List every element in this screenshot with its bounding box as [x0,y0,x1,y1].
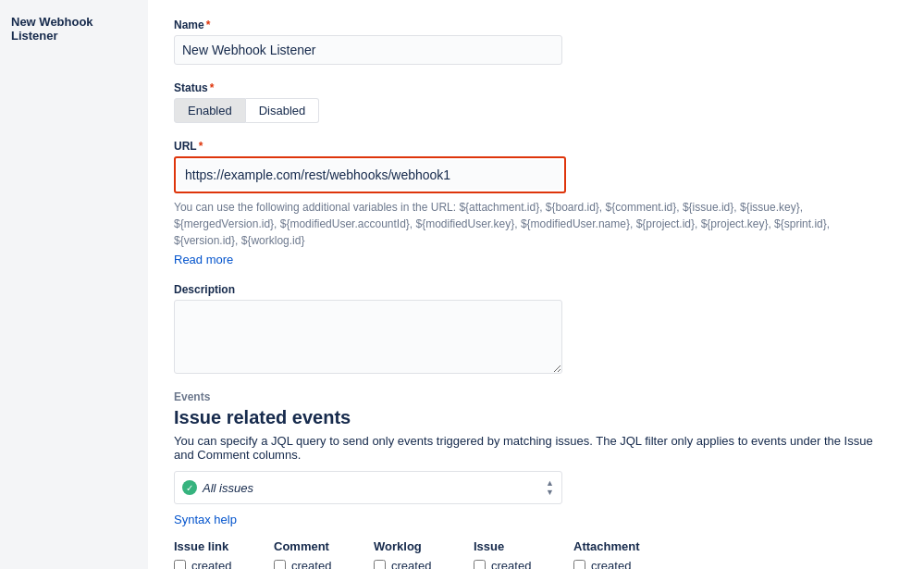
worklog-created-checkbox[interactable] [374,560,386,569]
jql-arrows: ▲ ▼ [546,479,554,497]
jql-filter-wrapper[interactable]: ✓ All issues ▲ ▼ [174,471,562,504]
events-col-attachment: Attachment created deleted [573,539,673,569]
col-header-issue-link: Issue link [174,539,266,553]
jql-text: All issues [203,481,253,495]
name-required-indicator: * [206,19,211,31]
issue-link-created-checkbox[interactable] [174,560,186,569]
name-field-group: Name * [174,19,898,65]
col-header-comment: Comment [274,539,366,553]
col-header-attachment: Attachment [573,539,666,553]
url-helper-text: You can use the following additional var… [174,199,895,249]
issue-created-label: created [491,559,531,569]
jql-arrow-up: ▲ [546,479,554,488]
comment-created-checkbox[interactable] [274,560,286,569]
attachment-created-label: created [591,559,631,569]
url-input[interactable] [178,160,562,190]
main-content: Name * Status * Enabled Disabled URL * [148,0,924,569]
worklog-created-row: created [374,559,466,569]
description-field-group: Description [174,283,898,374]
name-label: Name * [174,19,898,31]
read-more-link[interactable]: Read more [174,253,233,266]
url-field-group: URL * You can use the following addition… [174,140,898,266]
events-section-label: Events [174,390,898,403]
url-required-indicator: * [199,140,203,153]
comment-created-row: created [274,559,366,569]
sidebar: New Webhook Listener [0,0,148,569]
status-enabled-button[interactable]: Enabled [174,98,246,123]
col-header-issue: Issue [474,539,566,553]
status-label: Status * [174,81,898,94]
issue-created-row: created [474,559,566,569]
name-input[interactable] [174,35,562,65]
jql-check-icon: ✓ [182,480,197,495]
page-layout: New Webhook Listener Name * Status * Ena… [0,0,924,569]
jql-filter-inner: ✓ All issues [182,480,253,495]
col-header-worklog: Worklog [374,539,466,553]
status-button-group: Enabled Disabled [174,98,898,123]
jql-arrow-down: ▼ [546,489,554,497]
status-disabled-button[interactable]: Disabled [246,98,320,123]
events-title: Issue related events [174,407,898,428]
issue-link-created-row: created [174,559,266,569]
events-col-issue: Issue created updated deleted [474,539,573,569]
status-field-group: Status * Enabled Disabled [174,81,898,123]
url-label: URL * [174,140,898,153]
events-col-issue-link: Issue link created deleted [174,539,274,569]
events-table: Issue link created deleted Comment [174,539,898,569]
status-required-indicator: * [210,81,215,94]
events-col-comment: Comment created updated deleted [274,539,374,569]
issue-created-checkbox[interactable] [474,560,486,569]
issue-link-created-label: created [191,559,231,569]
events-section: Events Issue related events You can spec… [174,390,898,569]
syntax-help-link[interactable]: Syntax help [174,513,237,526]
attachment-created-row: created [573,559,666,569]
worklog-created-label: created [391,559,431,569]
sidebar-title: New Webhook Listener [11,15,137,43]
comment-created-label: created [291,559,331,569]
attachment-created-checkbox[interactable] [573,560,585,569]
description-textarea[interactable] [174,300,562,374]
events-description: You can specify a JQL query to send only… [174,434,895,462]
events-col-worklog: Worklog created updated deleted [374,539,474,569]
url-field-wrapper [174,156,566,193]
description-label: Description [174,283,898,296]
